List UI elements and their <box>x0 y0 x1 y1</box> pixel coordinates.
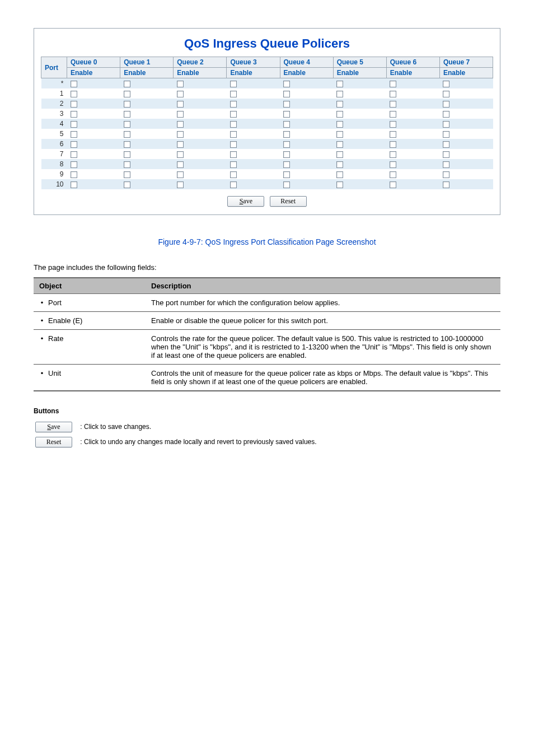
enable-checkbox[interactable] <box>390 131 396 138</box>
enable-checkbox[interactable] <box>283 151 290 158</box>
enable-checkbox[interactable] <box>230 91 237 97</box>
enable-checkbox[interactable] <box>177 111 184 118</box>
enable-checkbox[interactable] <box>443 101 449 108</box>
enable-checkbox[interactable] <box>390 141 396 148</box>
enable-checkbox[interactable] <box>124 131 130 138</box>
enable-checkbox[interactable] <box>124 91 130 97</box>
enable-checkbox[interactable] <box>230 111 237 118</box>
enable-checkbox[interactable] <box>230 161 237 168</box>
enable-checkbox[interactable] <box>177 81 184 87</box>
enable-checkbox[interactable] <box>230 171 237 178</box>
enable-checkbox[interactable] <box>71 101 77 108</box>
enable-checkbox[interactable] <box>177 131 184 138</box>
enable-checkbox[interactable] <box>124 171 130 178</box>
port-cell: 3 <box>41 109 67 119</box>
enable-checkbox[interactable] <box>71 121 77 128</box>
enable-checkbox[interactable] <box>283 141 290 148</box>
enable-checkbox[interactable] <box>390 161 396 168</box>
enable-checkbox[interactable] <box>283 171 290 178</box>
enable-checkbox[interactable] <box>336 171 343 178</box>
enable-checkbox[interactable] <box>71 131 77 138</box>
enable-checkbox[interactable] <box>124 121 130 128</box>
enable-checkbox[interactable] <box>443 111 449 118</box>
enable-checkbox[interactable] <box>390 171 396 178</box>
enable-checkbox[interactable] <box>177 91 184 97</box>
queue-cell <box>333 78 386 89</box>
enable-checkbox[interactable] <box>443 181 449 188</box>
enable-checkbox[interactable] <box>177 171 184 178</box>
port-cell: 1 <box>41 88 67 99</box>
enable-checkbox[interactable] <box>283 111 290 118</box>
enable-checkbox[interactable] <box>336 161 343 168</box>
enable-checkbox[interactable] <box>443 161 449 168</box>
enable-checkbox[interactable] <box>230 181 237 188</box>
enable-checkbox[interactable] <box>124 81 130 87</box>
save-button-doc[interactable]: Save <box>35 422 72 432</box>
enable-checkbox[interactable] <box>336 121 343 128</box>
reset-button[interactable]: Reset <box>270 196 307 207</box>
queue-cell <box>67 109 120 119</box>
reset-button-doc[interactable]: Reset <box>35 437 72 447</box>
enable-checkbox[interactable] <box>443 131 449 138</box>
enable-checkbox[interactable] <box>336 81 343 87</box>
enable-checkbox[interactable] <box>336 181 343 188</box>
enable-checkbox[interactable] <box>390 181 396 188</box>
enable-checkbox[interactable] <box>283 121 290 128</box>
enable-checkbox[interactable] <box>390 101 396 108</box>
enable-checkbox[interactable] <box>283 91 290 97</box>
enable-checkbox[interactable] <box>390 91 396 97</box>
enable-checkbox[interactable] <box>177 101 184 108</box>
enable-checkbox[interactable] <box>230 81 237 87</box>
enable-checkbox[interactable] <box>71 81 77 87</box>
enable-checkbox[interactable] <box>177 121 184 128</box>
enable-checkbox[interactable] <box>177 141 184 148</box>
enable-checkbox[interactable] <box>124 111 130 118</box>
enable-checkbox[interactable] <box>283 161 290 168</box>
enable-checkbox[interactable] <box>336 101 343 108</box>
queue-cell <box>280 88 333 99</box>
enable-checkbox[interactable] <box>71 91 77 97</box>
enable-checkbox[interactable] <box>71 151 77 158</box>
enable-checkbox[interactable] <box>177 151 184 158</box>
enable-checkbox[interactable] <box>71 181 77 188</box>
enable-checkbox[interactable] <box>443 151 449 158</box>
enable-checkbox[interactable] <box>443 171 449 178</box>
enable-checkbox[interactable] <box>390 121 396 128</box>
enable-checkbox[interactable] <box>336 151 343 158</box>
enable-checkbox[interactable] <box>71 141 77 148</box>
enable-checkbox[interactable] <box>124 101 130 108</box>
enable-checkbox[interactable] <box>443 81 449 87</box>
enable-checkbox[interactable] <box>230 151 237 158</box>
enable-checkbox[interactable] <box>230 121 237 128</box>
enable-checkbox[interactable] <box>390 111 396 118</box>
enable-checkbox[interactable] <box>443 141 449 148</box>
enable-checkbox[interactable] <box>336 111 343 118</box>
enable-checkbox[interactable] <box>390 151 396 158</box>
enable-checkbox[interactable] <box>177 161 184 168</box>
enable-checkbox[interactable] <box>124 141 130 148</box>
enable-checkbox[interactable] <box>230 131 237 138</box>
enable-checkbox[interactable] <box>283 181 290 188</box>
enable-checkbox[interactable] <box>283 81 290 87</box>
enable-checkbox[interactable] <box>283 131 290 138</box>
enable-checkbox[interactable] <box>390 81 396 87</box>
enable-checkbox[interactable] <box>71 111 77 118</box>
enable-checkbox[interactable] <box>230 141 237 148</box>
enable-checkbox[interactable] <box>124 151 130 158</box>
enable-checkbox[interactable] <box>177 181 184 188</box>
enable-checkbox[interactable] <box>71 161 77 168</box>
enable-checkbox[interactable] <box>230 101 237 108</box>
enable-checkbox[interactable] <box>443 121 449 128</box>
enable-checkbox[interactable] <box>124 161 130 168</box>
queue-cell <box>227 139 280 149</box>
enable-checkbox[interactable] <box>336 141 343 148</box>
col-port: Port <box>41 57 67 78</box>
enable-checkbox[interactable] <box>443 91 449 97</box>
enable-checkbox[interactable] <box>124 181 130 188</box>
save-button[interactable]: Save <box>227 196 264 207</box>
enable-checkbox[interactable] <box>283 101 290 108</box>
enable-checkbox[interactable] <box>336 91 343 97</box>
enable-checkbox[interactable] <box>336 131 343 138</box>
enable-checkbox[interactable] <box>71 171 77 178</box>
desc-obj-1: •Enable (E) <box>34 312 146 330</box>
